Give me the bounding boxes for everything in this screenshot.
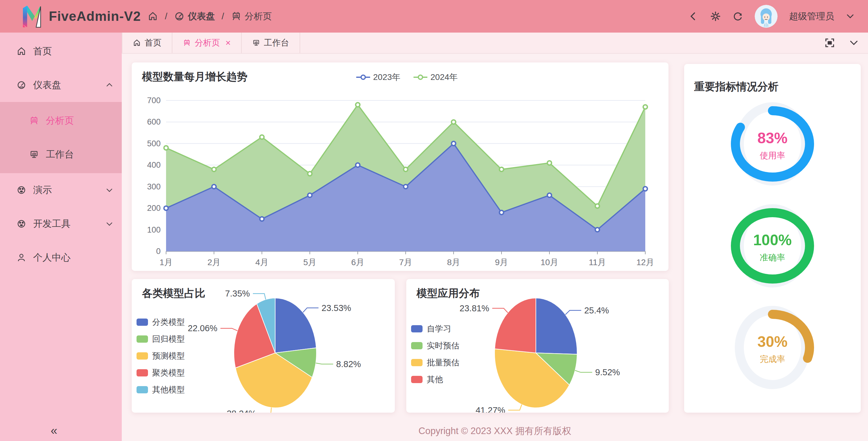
svg-text:12月: 12月 [636,258,654,266]
gauge-value: 100% [753,232,792,248]
sidebar-item-label: 演示 [33,184,52,196]
pie-chart-model-types: 23.53%8.82%38.24%22.06%7.35% [132,279,395,413]
svg-text:11月: 11月 [589,258,606,266]
dashboard-icon [174,11,185,22]
user-name[interactable]: 超级管理员 [789,10,834,23]
monitor-icon [252,39,260,47]
svg-text:8月: 8月 [447,258,460,266]
dashboard-icon [16,80,27,90]
tab-analysis[interactable]: 分析页 × [173,33,242,53]
user-icon [16,253,27,263]
sidebar-item-label: 工作台 [46,148,74,161]
header-toolbar: 超级管理员 [688,0,855,33]
pie-slice-label: 22.06% [188,323,217,333]
gauge-ring-icon: 83%使用率 [727,99,818,189]
analysis-board-icon [29,116,39,126]
svg-text:7月: 7月 [399,258,412,266]
svg-text:5月: 5月 [303,258,316,266]
chevron-down-icon [105,220,113,228]
tab-close-icon[interactable]: × [225,38,231,48]
breadcrumb-home[interactable] [147,11,158,22]
svg-text:9月: 9月 [495,258,508,266]
breadcrumb-dashboard[interactable]: 仪表盘 [174,10,215,23]
pie-slice[interactable] [536,298,577,354]
legend-marker-icon [356,74,370,81]
pie-slice-label: 38.24% [227,409,256,413]
legend-item[interactable]: 2023年 [356,71,400,83]
sidebar-item-label: 个人中心 [33,251,70,264]
tabbar: 首页 分析页 × 工作台 [122,33,868,54]
breadcrumb-page[interactable]: 分析页 [231,10,272,23]
sidebar-item-analysis[interactable]: 分析页 [0,104,122,138]
svg-text:300: 300 [147,182,161,191]
svg-text:500: 500 [147,139,161,148]
sidebar-submenu-dashboard: 分析页 工作台 [0,102,122,173]
gauge-value: 30% [757,333,787,350]
chevron-left-icon[interactable] [688,11,699,22]
svg-text:700: 700 [147,96,161,105]
pie-slice-label: 8.82% [336,359,361,369]
breadcrumb-separator: / [165,11,167,22]
breadcrumb-separator: / [221,11,224,22]
kpi-panel: 重要指标情况分析 83%使用率100%准确率30%完成率 [684,64,861,413]
sidebar-item-dashboard[interactable]: 仪表盘 [0,68,122,102]
gauge-label: 使用率 [760,151,785,160]
sidebar-item-workbench[interactable]: 工作台 [0,138,122,171]
pie-slice-label: 25.4% [584,305,609,315]
app-header: FiveAdmin-V2 / 仪表盘 / 分析页 [0,0,868,33]
monitor-icon [29,149,39,159]
svg-text:6月: 6月 [351,258,364,266]
pie-slice-label: 23.81% [460,303,489,313]
tabbar-tools [825,33,868,53]
home-icon [133,39,141,47]
svg-text:1月: 1月 [159,258,173,266]
home-icon [147,11,158,22]
kpi-panel-title: 重要指标情况分析 [694,80,778,94]
sidebar-item-label: 分析页 [46,114,74,127]
svg-text:400: 400 [147,160,161,170]
sidebar-collapse-button[interactable]: « [51,424,56,437]
home-icon [16,46,27,56]
sidebar-item-home[interactable]: 首页 [0,34,122,68]
avatar[interactable] [755,5,778,28]
gauge-label: 准确率 [760,253,785,262]
sidebar-item-profile[interactable]: 个人中心 [0,241,122,274]
sidebar-item-label: 首页 [33,45,52,58]
fullscreen-icon[interactable] [825,38,835,48]
refresh-icon[interactable] [733,11,743,22]
sidebar-item-demo[interactable]: 演示 [0,173,122,207]
chevron-down-icon[interactable] [846,12,855,21]
analysis-board-icon [231,11,242,22]
pie-slice-label: 9.52% [595,368,620,377]
line-chart-card: 模型数量每月增长趋势 2023年2024年 010020030040050060… [132,62,669,271]
line-chart: 01002003004005006007001月2月4月5月6月7月8月9月10… [139,91,663,266]
gear-icon[interactable] [710,11,721,22]
line-chart-legend: 2023年2024年 [356,71,458,83]
film-reel-icon [16,185,27,195]
analysis-board-icon [183,39,191,47]
gauge-ring-icon: 30%完成率 [727,302,818,393]
pie-chart-card-model-types: 各类模型占比 分类模型回归模型预测模型聚类模型其他模型 23.53%8.82%3… [132,279,395,413]
film-reel-icon [16,219,27,229]
sidebar-item-label: 仪表盘 [33,79,61,91]
legend-marker-icon [413,74,427,81]
pie-chart-model-apps: 25.4%9.52%41.27%23.81% [406,279,669,413]
pie-slice-label: 23.53% [321,303,351,313]
app-logo-icon [19,4,44,29]
legend-item[interactable]: 2024年 [413,71,458,83]
tab-home[interactable]: 首页 [122,33,173,53]
chevron-down-icon[interactable] [849,38,859,48]
gauge-准确率: 100%准确率 [727,201,818,291]
avatar-image [755,5,778,28]
pie-slice[interactable] [495,298,536,353]
chevron-down-icon [105,186,113,194]
legend-label: 2024年 [430,71,458,83]
svg-text:200: 200 [147,204,161,213]
svg-text:10月: 10月 [540,258,558,266]
gauge-ring-icon: 100%准确率 [727,201,818,291]
pie-slice[interactable] [275,298,316,353]
svg-text:600: 600 [147,117,161,126]
sidebar-item-devtools[interactable]: 开发工具 [0,207,122,241]
tab-workbench[interactable]: 工作台 [242,33,300,53]
gauge-label: 完成率 [760,354,785,364]
